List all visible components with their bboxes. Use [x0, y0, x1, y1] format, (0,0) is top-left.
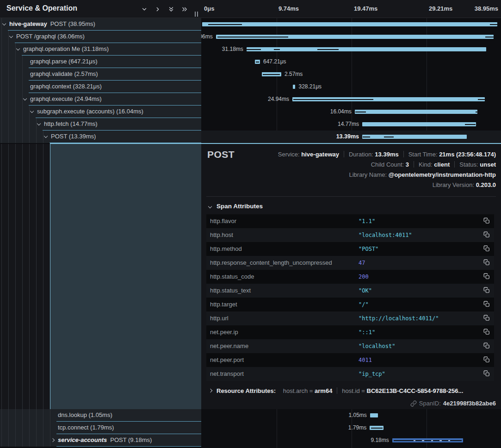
- bar-notch: [394, 440, 462, 441]
- span-bar[interactable]: [370, 426, 383, 430]
- chevron-down-icon[interactable]: [16, 47, 20, 50]
- indent-guide: [8, 31, 9, 43]
- span-bar[interactable]: [355, 110, 478, 114]
- timeline-row[interactable]: [201, 18, 501, 31]
- chevron-down-icon[interactable]: [37, 122, 41, 125]
- span-bar[interactable]: [362, 122, 476, 126]
- service-name: hive-gateway: [9, 20, 47, 27]
- double-chevron-right-icon[interactable]: [180, 5, 188, 13]
- copy-icon[interactable]: [483, 342, 490, 350]
- copy-icon[interactable]: [483, 231, 490, 239]
- copy-icon[interactable]: [483, 329, 490, 336]
- chevron-down-icon[interactable]: [9, 34, 13, 38]
- bar-notch: [465, 124, 476, 125]
- chevron-down-icon[interactable]: [44, 134, 48, 138]
- span-bar[interactable]: [293, 85, 295, 89]
- chevron-down-icon[interactable]: [2, 22, 6, 25]
- operation-name: tcp.connect (1.79ms): [58, 424, 114, 431]
- copy-icon[interactable]: [483, 273, 490, 280]
- span-tree-row[interactable]: graphql.parse (647.21μs): [0, 56, 201, 68]
- timeline-row[interactable]: 14.77ms: [201, 118, 501, 131]
- span-tree-row[interactable]: POST (13.39ms): [0, 131, 201, 143]
- timeline-row[interactable]: 1.79ms: [201, 422, 501, 434]
- timeline-row[interactable]: 647.21μs: [201, 56, 501, 68]
- copy-icon[interactable]: [483, 315, 490, 322]
- indent-guide: [50, 409, 50, 422]
- indent-guide: [1, 43, 2, 56]
- operation-name: graphql.context (328.21μs): [30, 83, 102, 90]
- resource-attributes-row[interactable]: Resource Attributes: host.arch = arm64ho…: [216, 386, 463, 396]
- chevron-right-icon[interactable]: [209, 389, 212, 392]
- copy-icon[interactable]: [483, 356, 490, 364]
- indent-guide: [8, 93, 9, 106]
- bar-notch: [439, 440, 442, 441]
- chevron-down-icon[interactable]: [23, 97, 27, 100]
- indent-guide: [29, 144, 30, 409]
- span-bar[interactable]: [216, 35, 494, 39]
- timeline-row[interactable]: 31.18ms: [201, 43, 501, 56]
- indent-guide: [1, 93, 2, 106]
- copy-icon[interactable]: [483, 259, 490, 267]
- span-id-value: 4e21998f3b82abe6: [443, 400, 496, 407]
- meta-value: unset: [480, 161, 496, 168]
- bar-notch: [431, 440, 433, 441]
- span-label: subgraph.execute (accounts) (16.04ms): [37, 106, 143, 118]
- span-tree-bottom: dns.lookup (1.05ms)tcp.connect (1.79ms)s…: [0, 409, 201, 447]
- span-tree-row[interactable]: tcp.connect (1.79ms): [0, 422, 201, 434]
- span-tree-row[interactable]: hive-gatewayPOST (38.95ms): [0, 18, 201, 31]
- span-bar[interactable]: [362, 135, 467, 139]
- panel-resize-grip[interactable]: [195, 12, 198, 17]
- bar-notch: [256, 62, 260, 62]
- copy-icon[interactable]: [483, 301, 490, 308]
- ruler-tick: 29.21ms: [429, 5, 452, 12]
- chevron-down-icon[interactable]: [140, 5, 148, 13]
- span-tree-row[interactable]: POST /graphql (36.06ms): [0, 31, 201, 43]
- bar-notch: [263, 74, 280, 75]
- span-bar[interactable]: [392, 438, 463, 442]
- span-bar[interactable]: [262, 72, 281, 76]
- ruler-tick: 9.74ms: [278, 5, 299, 12]
- span-bar[interactable]: [292, 97, 485, 101]
- span-tree-row[interactable]: subgraph.execute (accounts) (16.04ms): [0, 106, 201, 118]
- span-tree-row[interactable]: service-accountsPOST (9.18ms): [0, 434, 201, 447]
- indent-guide: [43, 131, 43, 143]
- link-icon[interactable]: [410, 400, 417, 407]
- chevron-down-icon[interactable]: [30, 109, 34, 113]
- span-tree-row[interactable]: graphql.validate (2.57ms): [0, 68, 201, 81]
- timeline-row[interactable]: 1.05ms: [201, 409, 501, 422]
- copy-icon[interactable]: [483, 218, 490, 225]
- span-bar[interactable]: [247, 47, 486, 51]
- span-bar[interactable]: [255, 60, 260, 64]
- attribute-value: 47: [359, 256, 365, 270]
- indent-guide: [29, 434, 30, 447]
- chevron-right-icon[interactable]: [154, 5, 161, 13]
- copy-icon[interactable]: [483, 287, 490, 294]
- indent-guide: [1, 434, 2, 447]
- copy-icon[interactable]: [483, 370, 490, 378]
- copy-icon[interactable]: [483, 245, 490, 253]
- timeline-row[interactable]: 2.57ms: [201, 68, 501, 81]
- double-chevron-down-icon[interactable]: [167, 5, 175, 13]
- span-tree-row[interactable]: graphql.context (328.21μs): [0, 81, 201, 93]
- chevron-down-icon[interactable]: [208, 205, 212, 208]
- span-tree-row[interactable]: graphql.execute (24.94ms): [0, 93, 201, 106]
- indent-guide: [22, 106, 23, 118]
- timeline-row[interactable]: 16.04ms: [201, 106, 501, 118]
- timeline-row[interactable]: 328.21μs: [201, 81, 501, 93]
- timeline-row[interactable]: 13.39ms: [201, 131, 501, 143]
- timeline-row[interactable]: 36.06ms: [201, 31, 501, 43]
- span-duration-label: 328.21μs: [298, 81, 322, 93]
- meta-label: Library Version:: [433, 181, 476, 188]
- span-attributes-header[interactable]: Span Attributes: [216, 201, 263, 212]
- ruler-tick: 38.95ms: [475, 5, 498, 12]
- operation-name: graphql.parse (647.21μs): [30, 58, 98, 65]
- timeline-row[interactable]: 24.94ms: [201, 93, 501, 106]
- span-tree-row[interactable]: graphql.operation Me (31.18ms): [0, 43, 201, 56]
- span-tree-row[interactable]: http.fetch (14.77ms): [0, 118, 201, 131]
- span-label: hive-gatewayPOST (38.95ms): [9, 18, 95, 30]
- span-bar[interactable]: [202, 22, 497, 26]
- chevron-right-icon[interactable]: [51, 438, 55, 442]
- span-tree-row[interactable]: dns.lookup (1.05ms): [0, 409, 201, 422]
- timeline-row[interactable]: 9.18ms: [201, 434, 501, 447]
- span-bar[interactable]: [370, 413, 378, 417]
